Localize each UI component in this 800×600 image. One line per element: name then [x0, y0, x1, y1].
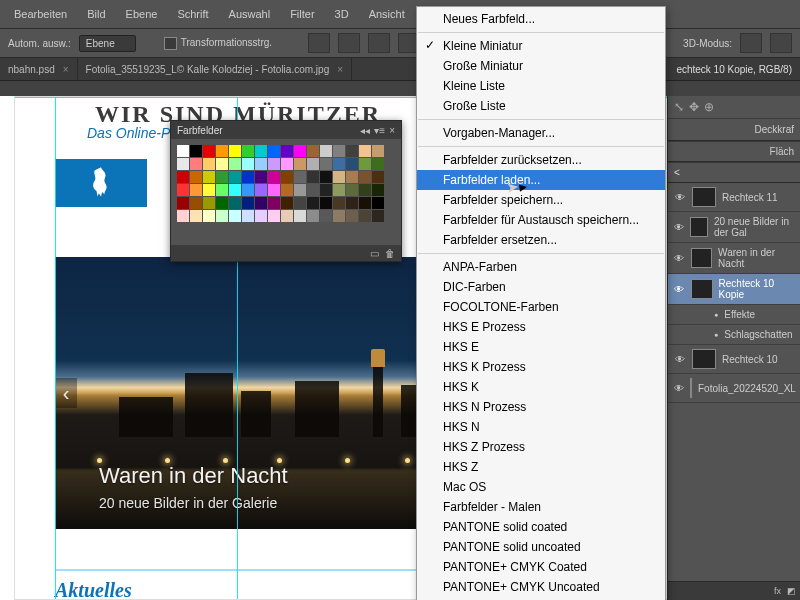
swatch[interactable] [281, 145, 293, 157]
menu-item[interactable]: Schrift [167, 0, 218, 28]
layer-row[interactable]: 👁Rechteck 10 [668, 345, 800, 374]
swatch[interactable] [333, 197, 345, 209]
swatch[interactable] [281, 171, 293, 183]
swatch[interactable] [359, 184, 371, 196]
menu-item[interactable]: PANTONE solid uncoated [417, 537, 665, 557]
swatch[interactable] [229, 158, 241, 170]
menu-item[interactable]: Farbfelder für Austausch speichern... [417, 210, 665, 230]
document-tab[interactable]: nbahn.psd× [0, 58, 78, 80]
menu-item[interactable]: HKS N [417, 417, 665, 437]
swatch[interactable] [190, 158, 202, 170]
swatch[interactable] [242, 145, 254, 157]
swatch[interactable] [346, 184, 358, 196]
swatch[interactable] [268, 184, 280, 196]
swatch[interactable] [216, 171, 228, 183]
swatch[interactable] [294, 158, 306, 170]
layer-row[interactable]: 👁Waren in der Nacht [668, 243, 800, 274]
menu-item[interactable]: HKS E [417, 337, 665, 357]
swatch[interactable] [307, 210, 319, 222]
collapse-icon[interactable]: ◂◂ [360, 125, 370, 136]
swatch[interactable] [307, 197, 319, 209]
swatches-tab-label[interactable]: Farbfelder [177, 125, 223, 136]
swatch[interactable] [177, 210, 189, 222]
swatch[interactable] [372, 210, 384, 222]
menu-item[interactable]: Filter [280, 0, 324, 28]
swatch[interactable] [294, 210, 306, 222]
swatch[interactable] [346, 197, 358, 209]
menu-item[interactable]: Farbfelder - Malen [417, 497, 665, 517]
swatch[interactable] [320, 197, 332, 209]
swatch[interactable] [372, 145, 384, 157]
swatch[interactable] [203, 158, 215, 170]
swatch[interactable] [190, 197, 202, 209]
menu-item[interactable]: Große Miniatur [417, 56, 665, 76]
layer-row[interactable]: ●Schlagschatten [668, 325, 800, 345]
swatch[interactable] [294, 145, 306, 157]
menu-item[interactable]: Neues Farbfeld... [417, 9, 665, 29]
3d-mode-icon[interactable] [740, 33, 762, 53]
anchor-icon[interactable]: ⊕ [704, 100, 714, 114]
swatch[interactable] [177, 197, 189, 209]
menu-item[interactable]: HKS E Prozess [417, 317, 665, 337]
swatch[interactable] [177, 145, 189, 157]
align-icon[interactable] [338, 33, 360, 53]
swatch[interactable] [203, 197, 215, 209]
menu-item[interactable]: HKS K [417, 377, 665, 397]
close-icon[interactable]: × [389, 125, 395, 136]
menu-item[interactable]: DIC-Farben [417, 277, 665, 297]
menu-item[interactable]: HKS Z Prozess [417, 437, 665, 457]
menu-item[interactable]: Farbfelder speichern... [417, 190, 665, 210]
menu-item[interactable]: Vorgaben-Manager... [417, 123, 665, 143]
swatch[interactable] [359, 197, 371, 209]
swatch[interactable] [177, 171, 189, 183]
trash-icon[interactable]: 🗑 [385, 248, 395, 259]
swatch[interactable] [255, 197, 267, 209]
swatch[interactable] [359, 158, 371, 170]
swatch[interactable] [177, 158, 189, 170]
layer-row[interactable]: ●Effekte [668, 305, 800, 325]
menu-item[interactable]: Ansicht [359, 0, 415, 28]
document-tab[interactable]: Fotolia_35519235_L© Kalle Kolodziej - Fo… [78, 58, 352, 80]
move-icon[interactable]: ✥ [689, 100, 699, 114]
transform-controls-checkbox[interactable]: Transformationsstrg. [164, 37, 272, 50]
swatch[interactable] [307, 145, 319, 157]
swatch[interactable] [320, 184, 332, 196]
swatch[interactable] [281, 184, 293, 196]
swatch[interactable] [333, 158, 345, 170]
swatch[interactable] [229, 184, 241, 196]
swatch[interactable] [255, 171, 267, 183]
fx-icon[interactable]: fx [774, 586, 781, 596]
swatch[interactable] [190, 184, 202, 196]
menu-item[interactable]: HKS K Prozess [417, 357, 665, 377]
swatch[interactable] [268, 210, 280, 222]
swatch[interactable] [177, 184, 189, 196]
swatch[interactable] [255, 145, 267, 157]
swatch[interactable] [333, 210, 345, 222]
path-back[interactable]: < [668, 162, 800, 183]
visibility-icon[interactable]: 👁 [674, 383, 684, 394]
swatch[interactable] [229, 145, 241, 157]
menu-item[interactable]: 3D [325, 0, 359, 28]
swatch[interactable] [359, 145, 371, 157]
swatch[interactable] [294, 184, 306, 196]
swatch[interactable] [281, 210, 293, 222]
menu-item[interactable]: Farbfelder zurücksetzen... [417, 150, 665, 170]
menu-item[interactable]: Auswahl [219, 0, 281, 28]
swatch[interactable] [268, 171, 280, 183]
swatch[interactable] [320, 210, 332, 222]
swatch[interactable] [333, 145, 345, 157]
close-icon[interactable]: × [63, 64, 69, 75]
swatch[interactable] [359, 210, 371, 222]
menu-item[interactable]: FOCOLTONE-Farben [417, 297, 665, 317]
menu-item[interactable]: Kleine Liste [417, 76, 665, 96]
menu-item[interactable]: Farbfelder laden... [417, 170, 665, 190]
layer-row[interactable]: 👁20 neue Bilder in der Gal [668, 212, 800, 243]
menu-item[interactable]: Bearbeiten [4, 0, 77, 28]
prev-arrow-icon[interactable]: ‹ [55, 378, 77, 408]
swatch[interactable] [346, 145, 358, 157]
swatch[interactable] [190, 210, 202, 222]
swatch[interactable] [216, 145, 228, 157]
swatch[interactable] [190, 171, 202, 183]
menu-item[interactable]: ANPA-Farben [417, 257, 665, 277]
swatches-panel[interactable]: Farbfelder ◂◂ ▾≡ × ▭ 🗑 [170, 120, 402, 262]
